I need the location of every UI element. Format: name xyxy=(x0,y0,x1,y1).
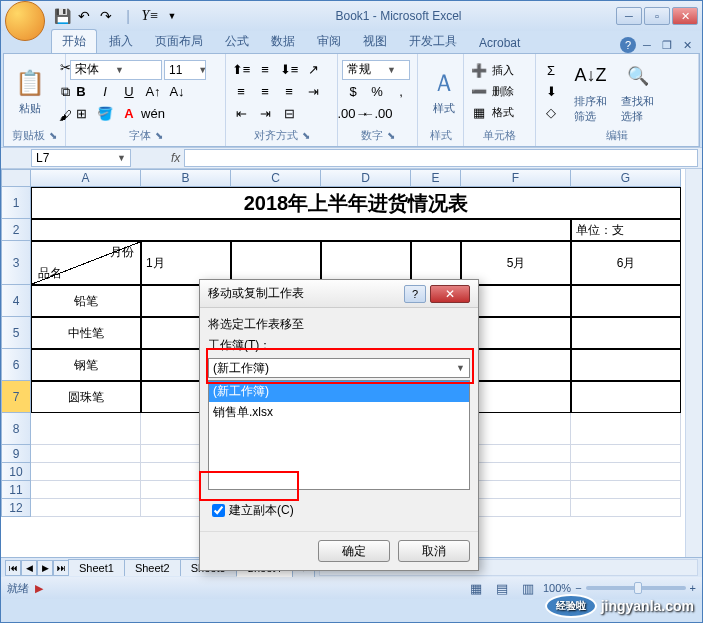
font-size-combo[interactable]: 11▼ xyxy=(164,60,206,80)
view-pagebreak-icon[interactable]: ▥ xyxy=(517,578,539,598)
dialog-close-button[interactable]: ✕ xyxy=(430,285,470,303)
table-cell[interactable] xyxy=(31,481,141,499)
col-header-e[interactable]: E xyxy=(411,169,461,187)
dialog-titlebar[interactable]: 移动或复制工作表 ? ✕ xyxy=(200,280,478,308)
col-header-b[interactable]: B xyxy=(141,169,231,187)
tab-nav-first-icon[interactable]: ⏮ xyxy=(5,560,21,576)
formula-bar[interactable] xyxy=(184,149,698,167)
sort-filter-button[interactable]: A↓Z 排序和 筛选 xyxy=(568,58,613,126)
bold-icon[interactable]: B xyxy=(70,82,92,102)
border-icon[interactable]: ⊞ xyxy=(70,104,92,124)
diagonal-header-cell[interactable]: 月份 品名 xyxy=(31,241,141,285)
col-header-a[interactable]: A xyxy=(31,169,141,187)
doc-restore-button[interactable]: ❐ xyxy=(658,37,676,53)
col-header-c[interactable]: C xyxy=(231,169,321,187)
ok-button[interactable]: 确定 xyxy=(318,540,390,562)
grow-font-icon[interactable]: A↑ xyxy=(142,82,164,102)
help-icon[interactable]: ? xyxy=(620,37,636,53)
align-right-icon[interactable]: ≡ xyxy=(278,82,300,102)
row-header-8[interactable]: 8 xyxy=(1,413,31,445)
sheet-tab-1[interactable]: Sheet1 xyxy=(68,559,125,576)
sheet-tab-2[interactable]: Sheet2 xyxy=(124,559,181,576)
tab-nav-next-icon[interactable]: ▶ xyxy=(37,560,53,576)
fill-icon[interactable]: ⬇ xyxy=(540,82,562,102)
insert-label[interactable]: 插入 xyxy=(492,63,514,78)
empty-cell[interactable] xyxy=(31,219,571,241)
table-cell[interactable] xyxy=(571,285,681,317)
tab-formula[interactable]: 公式 xyxy=(215,30,259,53)
zoom-in-icon[interactable]: + xyxy=(690,582,696,594)
tab-nav-prev-icon[interactable]: ◀ xyxy=(21,560,37,576)
fill-color-icon[interactable]: 🪣 xyxy=(94,104,116,124)
unit-cell[interactable]: 单位：支 xyxy=(571,219,681,241)
font-name-combo[interactable]: 宋体▼ xyxy=(70,60,162,80)
table-cell[interactable] xyxy=(571,481,681,499)
fx-icon[interactable]: fx xyxy=(171,151,180,165)
currency-icon[interactable]: $ xyxy=(342,82,364,102)
find-select-button[interactable]: 🔍 查找和 选择 xyxy=(615,58,660,126)
clear-icon[interactable]: ◇ xyxy=(540,103,562,123)
office-button[interactable] xyxy=(5,1,45,41)
tab-developer[interactable]: 开发工具 xyxy=(399,30,467,53)
orientation-icon[interactable]: ↗ xyxy=(302,60,324,80)
decrease-decimal-icon[interactable]: ←.00 xyxy=(366,104,388,124)
macro-record-icon[interactable]: ▶ xyxy=(35,582,43,595)
table-cell[interactable] xyxy=(571,499,681,517)
align-bottom-icon[interactable]: ⬇≡ xyxy=(278,60,300,80)
tab-insert[interactable]: 插入 xyxy=(99,30,143,53)
row-header-5[interactable]: 5 xyxy=(1,317,31,349)
zoom-slider[interactable] xyxy=(586,586,686,590)
row-header-9[interactable]: 9 xyxy=(1,445,31,463)
col-header-g[interactable]: G xyxy=(571,169,681,187)
zoom-out-icon[interactable]: − xyxy=(575,582,581,594)
delete-cells-icon[interactable]: ➖ xyxy=(468,82,490,102)
list-item-sales[interactable]: 销售单.xlsx xyxy=(209,402,469,423)
dialog-help-button[interactable]: ? xyxy=(404,285,426,303)
row-header-6[interactable]: 6 xyxy=(1,349,31,381)
vertical-scrollbar[interactable] xyxy=(685,169,702,557)
tab-data[interactable]: 数据 xyxy=(261,30,305,53)
insert-cells-icon[interactable]: ➕ xyxy=(468,61,490,81)
align-left-icon[interactable]: ≡ xyxy=(230,82,252,102)
select-all-corner[interactable] xyxy=(1,169,31,187)
view-layout-icon[interactable]: ▤ xyxy=(491,578,513,598)
align-top-icon[interactable]: ⬆≡ xyxy=(230,60,252,80)
table-cell[interactable] xyxy=(31,413,141,445)
product-ballpen[interactable]: 圆珠笔 xyxy=(31,381,141,413)
wrap-text-icon[interactable]: ⇥ xyxy=(302,82,324,102)
view-normal-icon[interactable]: ▦ xyxy=(465,578,487,598)
table-cell[interactable] xyxy=(571,349,681,381)
product-gelpen[interactable]: 中性笔 xyxy=(31,317,141,349)
before-sheet-list[interactable]: (新工作簿) 销售单.xlsx xyxy=(208,380,470,490)
row-header-1[interactable]: 1 xyxy=(1,187,31,219)
doc-minimize-button[interactable]: ─ xyxy=(638,37,656,53)
clipboard-launcher-icon[interactable]: ⬊ xyxy=(49,130,57,141)
comma-icon[interactable]: , xyxy=(390,82,412,102)
qat-custom-icon[interactable]: Y≡ xyxy=(141,7,159,25)
percent-icon[interactable]: % xyxy=(366,82,388,102)
redo-icon[interactable]: ↷ xyxy=(97,7,115,25)
row-header-7[interactable]: 7 xyxy=(1,381,31,413)
zoom-thumb[interactable] xyxy=(634,582,642,594)
shrink-font-icon[interactable]: A↓ xyxy=(166,82,188,102)
font-color-icon[interactable]: A xyxy=(118,104,140,124)
doc-close-button[interactable]: ✕ xyxy=(678,37,696,53)
maximize-button[interactable]: ▫ xyxy=(644,7,670,25)
paste-button[interactable]: 📋 粘贴 xyxy=(8,65,52,118)
header-jun[interactable]: 6月 xyxy=(571,241,681,285)
save-icon[interactable]: 💾 xyxy=(53,7,71,25)
row-header-4[interactable]: 4 xyxy=(1,285,31,317)
number-launcher-icon[interactable]: ⬊ xyxy=(387,130,395,141)
tab-review[interactable]: 审阅 xyxy=(307,30,351,53)
align-launcher-icon[interactable]: ⬊ xyxy=(302,130,310,141)
table-cell[interactable] xyxy=(571,445,681,463)
tab-nav-last-icon[interactable]: ⏭ xyxy=(53,560,69,576)
tab-view[interactable]: 视图 xyxy=(353,30,397,53)
zoom-level[interactable]: 100% xyxy=(543,582,571,594)
merge-icon[interactable]: ⊟ xyxy=(278,104,300,124)
row-header-11[interactable]: 11 xyxy=(1,481,31,499)
tab-page-layout[interactable]: 页面布局 xyxy=(145,30,213,53)
tab-acrobat[interactable]: Acrobat xyxy=(469,33,530,53)
row-header-3[interactable]: 3 xyxy=(1,241,31,285)
list-item-new[interactable]: (新工作簿) xyxy=(209,381,469,402)
